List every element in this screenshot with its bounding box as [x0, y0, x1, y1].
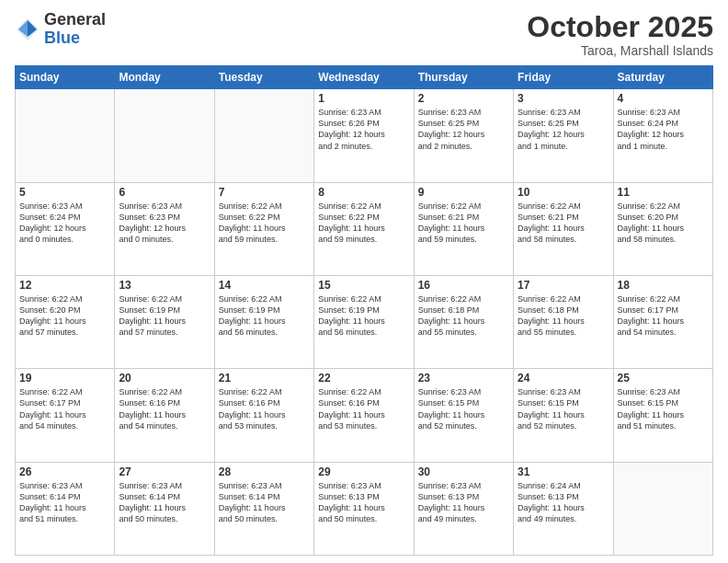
day-number: 21 [219, 372, 310, 385]
calendar-cell [613, 462, 712, 555]
calendar-cell: 17Sunrise: 6:22 AM Sunset: 6:18 PM Dayli… [514, 275, 613, 368]
day-info: Sunrise: 6:23 AM Sunset: 6:15 PM Dayligh… [418, 386, 509, 431]
calendar-cell: 25Sunrise: 6:23 AM Sunset: 6:15 PM Dayli… [613, 369, 712, 462]
calendar-cell: 14Sunrise: 6:22 AM Sunset: 6:19 PM Dayli… [214, 275, 313, 368]
logo-general-text: General [44, 10, 106, 29]
day-number: 9 [418, 186, 509, 199]
logo-blue-text: Blue [44, 29, 80, 47]
day-info: Sunrise: 6:22 AM Sunset: 6:19 PM Dayligh… [219, 293, 310, 339]
calendar-cell: 11Sunrise: 6:22 AM Sunset: 6:20 PM Dayli… [613, 182, 712, 275]
day-info: Sunrise: 6:22 AM Sunset: 6:16 PM Dayligh… [119, 386, 210, 431]
day-number: 26 [19, 465, 110, 478]
calendar-week-2: 5Sunrise: 6:23 AM Sunset: 6:24 PM Daylig… [16, 182, 713, 275]
day-number: 30 [418, 465, 509, 478]
day-number: 18 [618, 279, 709, 292]
calendar-header-friday: Friday [514, 66, 613, 89]
calendar-cell: 13Sunrise: 6:22 AM Sunset: 6:19 PM Dayli… [115, 275, 214, 368]
day-number: 28 [219, 465, 310, 478]
calendar-header-saturday: Saturday [613, 66, 712, 89]
day-info: Sunrise: 6:23 AM Sunset: 6:14 PM Dayligh… [119, 480, 210, 525]
calendar-header-row: SundayMondayTuesdayWednesdayThursdayFrid… [16, 66, 713, 89]
day-number: 17 [518, 279, 609, 292]
calendar-cell: 19Sunrise: 6:22 AM Sunset: 6:17 PM Dayli… [16, 369, 115, 462]
day-number: 19 [19, 372, 110, 385]
calendar-cell: 20Sunrise: 6:22 AM Sunset: 6:16 PM Dayli… [115, 369, 214, 462]
day-number: 5 [19, 186, 110, 199]
calendar-cell: 22Sunrise: 6:22 AM Sunset: 6:16 PM Dayli… [314, 369, 414, 462]
day-number: 10 [518, 186, 609, 199]
day-number: 8 [318, 186, 409, 199]
day-info: Sunrise: 6:22 AM Sunset: 6:18 PM Dayligh… [518, 293, 609, 339]
calendar-header-monday: Monday [115, 66, 214, 89]
calendar-cell: 18Sunrise: 6:22 AM Sunset: 6:17 PM Dayli… [613, 275, 712, 368]
day-info: Sunrise: 6:22 AM Sunset: 6:21 PM Dayligh… [518, 201, 609, 246]
calendar-cell: 21Sunrise: 6:22 AM Sunset: 6:16 PM Dayli… [214, 369, 313, 462]
calendar-header-wednesday: Wednesday [314, 66, 414, 89]
day-number: 31 [518, 465, 609, 478]
page: General Blue October 2025 Taroa, Marshal… [0, 0, 728, 563]
calendar-cell: 6Sunrise: 6:23 AM Sunset: 6:23 PM Daylig… [115, 182, 214, 275]
day-info: Sunrise: 6:22 AM Sunset: 6:17 PM Dayligh… [618, 293, 709, 339]
day-info: Sunrise: 6:23 AM Sunset: 6:13 PM Dayligh… [418, 480, 509, 525]
day-info: Sunrise: 6:22 AM Sunset: 6:16 PM Dayligh… [318, 386, 409, 431]
day-info: Sunrise: 6:22 AM Sunset: 6:17 PM Dayligh… [19, 386, 110, 431]
calendar-cell: 29Sunrise: 6:23 AM Sunset: 6:13 PM Dayli… [314, 462, 414, 555]
day-info: Sunrise: 6:22 AM Sunset: 6:20 PM Dayligh… [19, 293, 110, 339]
day-number: 11 [618, 186, 709, 199]
day-info: Sunrise: 6:22 AM Sunset: 6:20 PM Dayligh… [618, 201, 709, 246]
day-info: Sunrise: 6:22 AM Sunset: 6:19 PM Dayligh… [318, 293, 409, 339]
calendar: SundayMondayTuesdayWednesdayThursdayFrid… [15, 65, 713, 556]
day-info: Sunrise: 6:24 AM Sunset: 6:13 PM Dayligh… [518, 480, 609, 525]
calendar-week-4: 19Sunrise: 6:22 AM Sunset: 6:17 PM Dayli… [16, 369, 713, 462]
calendar-cell: 30Sunrise: 6:23 AM Sunset: 6:13 PM Dayli… [414, 462, 513, 555]
month-title: October 2025 [527, 11, 713, 43]
day-number: 23 [418, 372, 509, 385]
day-info: Sunrise: 6:23 AM Sunset: 6:25 PM Dayligh… [518, 107, 609, 152]
day-number: 4 [618, 92, 709, 105]
day-info: Sunrise: 6:23 AM Sunset: 6:15 PM Dayligh… [518, 386, 609, 431]
day-number: 20 [119, 372, 210, 385]
day-info: Sunrise: 6:22 AM Sunset: 6:22 PM Dayligh… [219, 201, 310, 246]
day-number: 22 [318, 372, 409, 385]
day-number: 25 [618, 372, 709, 385]
day-info: Sunrise: 6:23 AM Sunset: 6:14 PM Dayligh… [19, 480, 110, 525]
day-number: 6 [119, 186, 210, 199]
day-number: 2 [418, 92, 509, 105]
day-info: Sunrise: 6:22 AM Sunset: 6:19 PM Dayligh… [119, 293, 210, 339]
calendar-cell: 24Sunrise: 6:23 AM Sunset: 6:15 PM Dayli… [514, 369, 613, 462]
calendar-cell: 16Sunrise: 6:22 AM Sunset: 6:18 PM Dayli… [414, 275, 513, 368]
calendar-cell: 3Sunrise: 6:23 AM Sunset: 6:25 PM Daylig… [514, 89, 613, 182]
header: General Blue October 2025 Taroa, Marshal… [15, 11, 713, 58]
calendar-cell: 5Sunrise: 6:23 AM Sunset: 6:24 PM Daylig… [16, 182, 115, 275]
calendar-cell [16, 89, 115, 182]
day-info: Sunrise: 6:22 AM Sunset: 6:22 PM Dayligh… [318, 201, 409, 246]
day-number: 29 [318, 465, 409, 478]
calendar-cell [214, 89, 313, 182]
calendar-cell: 2Sunrise: 6:23 AM Sunset: 6:25 PM Daylig… [414, 89, 513, 182]
day-info: Sunrise: 6:23 AM Sunset: 6:24 PM Dayligh… [19, 201, 110, 246]
logo-icon [15, 17, 40, 42]
day-info: Sunrise: 6:23 AM Sunset: 6:23 PM Dayligh… [119, 201, 210, 246]
calendar-week-5: 26Sunrise: 6:23 AM Sunset: 6:14 PM Dayli… [16, 462, 713, 555]
calendar-week-1: 1Sunrise: 6:23 AM Sunset: 6:26 PM Daylig… [16, 89, 713, 182]
calendar-cell: 28Sunrise: 6:23 AM Sunset: 6:14 PM Dayli… [214, 462, 313, 555]
calendar-cell: 4Sunrise: 6:23 AM Sunset: 6:24 PM Daylig… [613, 89, 712, 182]
calendar-cell: 26Sunrise: 6:23 AM Sunset: 6:14 PM Dayli… [16, 462, 115, 555]
calendar-header-sunday: Sunday [16, 66, 115, 89]
logo: General Blue [15, 11, 106, 48]
title-area: October 2025 Taroa, Marshall Islands [527, 11, 713, 58]
day-info: Sunrise: 6:22 AM Sunset: 6:18 PM Dayligh… [418, 293, 509, 339]
day-number: 12 [19, 279, 110, 292]
day-number: 15 [318, 279, 409, 292]
day-info: Sunrise: 6:23 AM Sunset: 6:15 PM Dayligh… [618, 386, 709, 431]
calendar-cell: 9Sunrise: 6:22 AM Sunset: 6:21 PM Daylig… [414, 182, 513, 275]
calendar-cell: 1Sunrise: 6:23 AM Sunset: 6:26 PM Daylig… [314, 89, 414, 182]
day-info: Sunrise: 6:23 AM Sunset: 6:26 PM Dayligh… [318, 107, 409, 152]
calendar-cell: 23Sunrise: 6:23 AM Sunset: 6:15 PM Dayli… [414, 369, 513, 462]
calendar-header-thursday: Thursday [414, 66, 513, 89]
calendar-cell: 8Sunrise: 6:22 AM Sunset: 6:22 PM Daylig… [314, 182, 414, 275]
day-number: 7 [219, 186, 310, 199]
calendar-header-tuesday: Tuesday [214, 66, 313, 89]
calendar-cell: 12Sunrise: 6:22 AM Sunset: 6:20 PM Dayli… [16, 275, 115, 368]
day-info: Sunrise: 6:23 AM Sunset: 6:25 PM Dayligh… [418, 107, 509, 152]
